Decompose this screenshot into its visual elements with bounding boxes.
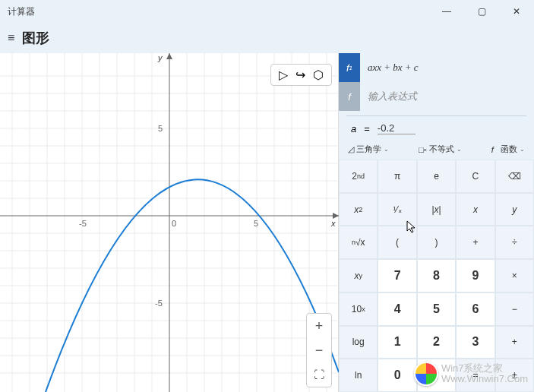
maximize-button[interactable]: ▢: [464, 0, 499, 23]
key-2nd[interactable]: 2nd: [339, 160, 378, 193]
close-button[interactable]: ✕: [499, 0, 534, 23]
zoom-fit-button[interactable]: ⛶: [307, 362, 331, 387]
key-0[interactable]: 0: [378, 359, 416, 392]
zoom-in-button[interactable]: +: [307, 314, 331, 338]
key-negate[interactable]: ±: [495, 359, 534, 392]
key-pi[interactable]: π: [378, 160, 416, 193]
key-2[interactable]: 2: [417, 326, 456, 359]
key-close-paren[interactable]: ): [417, 226, 456, 259]
minimize-button[interactable]: —: [429, 0, 464, 23]
svg-marker-38: [333, 213, 339, 219]
key-x-to-y[interactable]: xy: [339, 259, 378, 292]
zoom-controls: + − ⛶: [306, 313, 332, 387]
key-minus[interactable]: −: [495, 292, 534, 326]
key-abs[interactable]: |x|: [417, 193, 456, 226]
category-row: ◿三角学⌄ □▫不等式⌄ f 函数⌄: [339, 141, 534, 160]
app-title: 计算器: [8, 5, 35, 18]
svg-text:0: 0: [172, 219, 176, 228]
variable-name: a: [351, 123, 356, 134]
key-clear[interactable]: C: [456, 160, 495, 193]
variable-row[interactable]: a = -0.2: [339, 121, 534, 141]
graph-toolbar: ▷ ↪ ⬡: [270, 64, 332, 86]
key-e[interactable]: e: [417, 160, 456, 193]
function-badge-1[interactable]: f1: [339, 53, 360, 82]
variable-value-input[interactable]: -0.2: [378, 122, 416, 134]
trace-tool-icon[interactable]: ▷: [279, 68, 288, 82]
key-reciprocal[interactable]: ¹⁄ₓ: [378, 193, 416, 226]
calculator-keypad: 2nd π e C ⌫ x2 ¹⁄ₓ |x| x y n√x ( ) + ÷: [339, 160, 534, 392]
window-titlebar: 计算器 — ▢ ✕: [0, 0, 534, 23]
function-badge-new[interactable]: f: [339, 82, 360, 111]
key-4[interactable]: 4: [378, 292, 416, 326]
svg-text:-5: -5: [155, 299, 163, 308]
key-3[interactable]: 3: [456, 326, 495, 359]
graph-grid: y x -5 0 5 5 -5: [0, 53, 339, 392]
key-open-paren[interactable]: (: [378, 226, 416, 259]
svg-text:5: 5: [254, 219, 258, 228]
side-panel: f1 axx + bx + c f 输入表达式 a = -0.2 ◿三角学⌄ □…: [339, 53, 534, 392]
zoom-out-button[interactable]: −: [307, 338, 331, 362]
svg-text:5: 5: [158, 124, 163, 133]
svg-marker-37: [166, 53, 172, 59]
key-ln[interactable]: ln: [339, 359, 378, 392]
key-decimal[interactable]: .: [417, 359, 456, 392]
function-row-input[interactable]: f 输入表达式: [339, 82, 534, 111]
y-axis-label: y: [157, 53, 163, 62]
function-dropdown[interactable]: f 函数⌄: [488, 142, 528, 156]
hamburger-icon[interactable]: ≡: [8, 31, 14, 45]
key-plus[interactable]: +: [495, 326, 534, 359]
key-nth-root[interactable]: n√x: [339, 226, 378, 259]
share-icon[interactable]: ↪: [295, 68, 305, 82]
key-equals[interactable]: =: [456, 359, 495, 392]
graph-settings-icon[interactable]: ⬡: [313, 68, 324, 82]
key-1[interactable]: 1: [378, 326, 416, 359]
inequality-dropdown[interactable]: □▫不等式⌄: [416, 142, 465, 156]
key-8[interactable]: 8: [417, 259, 456, 292]
trig-dropdown[interactable]: ◿三角学⌄: [345, 142, 392, 156]
svg-text:-5: -5: [79, 219, 87, 228]
key-9[interactable]: 9: [456, 259, 495, 292]
key-5[interactable]: 5: [417, 292, 456, 326]
mode-title: 图形: [22, 29, 49, 47]
key-10-to-x[interactable]: 10x: [339, 292, 378, 326]
panel-divider: [346, 115, 526, 116]
function-row-1[interactable]: f1 axx + bx + c: [339, 53, 534, 82]
x-axis-label: x: [330, 219, 336, 228]
key-7[interactable]: 7: [378, 259, 416, 292]
key-log[interactable]: log: [339, 326, 378, 359]
key-divide[interactable]: ÷: [495, 226, 534, 259]
equals-sign: =: [364, 123, 370, 134]
key-plus-small[interactable]: +: [456, 226, 495, 259]
function-expression[interactable]: axx + bx + c: [360, 62, 419, 74]
graph-canvas[interactable]: y x -5 0 5 5 -5 ▷ ↪ ⬡ + − ⛶: [0, 53, 339, 392]
key-6[interactable]: 6: [456, 292, 495, 326]
mode-header: ≡ 图形: [0, 23, 534, 53]
key-multiply[interactable]: ×: [495, 259, 534, 292]
key-backspace[interactable]: ⌫: [495, 160, 534, 193]
function-input-placeholder[interactable]: 输入表达式: [360, 90, 417, 103]
key-x-squared[interactable]: x2: [339, 193, 378, 226]
key-var-x[interactable]: x: [456, 193, 495, 226]
key-var-y[interactable]: y: [495, 193, 534, 226]
